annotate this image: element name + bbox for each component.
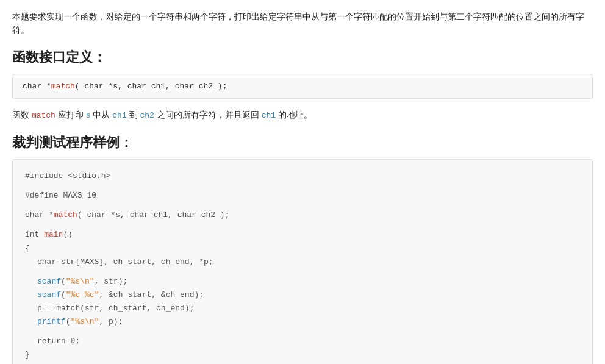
description-text: 本题要求实现一个函数，对给定的一个字符串和两个字符，打印出给定字符串中从与第一个… [12, 10, 593, 37]
code-line-3: char *match( char *s, char ch1, char ch2… [25, 209, 580, 222]
sample-code-box: #include <stdio.h> #define MAXS 10 char … [12, 159, 593, 364]
section1-title: 函数接口定义： [12, 48, 593, 66]
interface-code-text: char *match( char *s, char ch1, char ch2… [23, 82, 227, 91]
code-line-2: #define MAXS 10 [25, 189, 580, 202]
code-line-10: printf("%s\n", p); [25, 315, 580, 329]
explanation-text: 函数 match 应打印 s 中从 ch1 到 ch2 之间的所有字符，并且返回… [12, 107, 593, 123]
section2-title: 裁判测试程序样例： [12, 134, 593, 152]
code-line-5: { [25, 242, 580, 255]
code-line-6: char str[MAXS], ch_start, ch_end, *p; [25, 255, 580, 269]
code-line-12: } [25, 348, 580, 362]
code-line-9: p = match(str, ch_start, ch_end); [25, 302, 580, 315]
code-line-1: #include <stdio.h> [25, 170, 580, 183]
code-line-7: scanf("%s\n", str); [25, 275, 580, 288]
interface-code-box: char *match( char *s, char ch1, char ch2… [12, 74, 593, 99]
code-line-4: int main() [25, 228, 580, 241]
code-line-11: return 0; [25, 335, 580, 348]
code-line-8: scanf("%c %c", &ch_start, &ch_end); [25, 288, 580, 302]
